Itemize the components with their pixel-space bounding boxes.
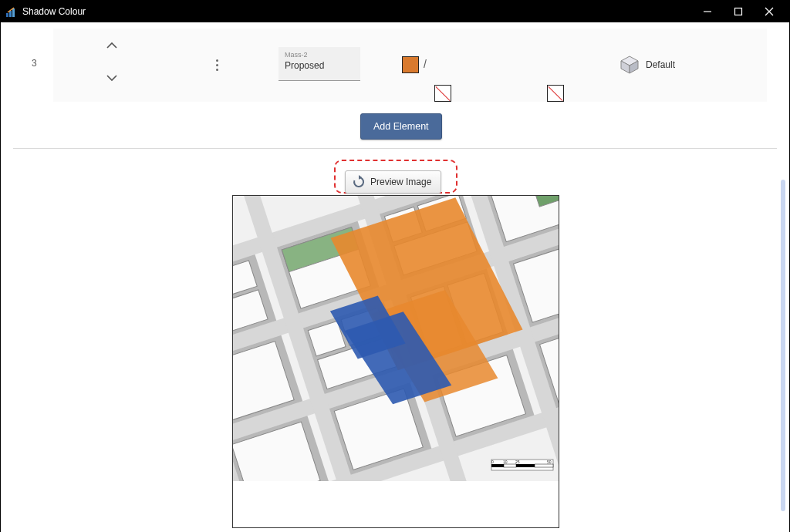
window-frame: Shadow Colour 3 Mass-2 Proposed bbox=[0, 0, 790, 532]
row-menu-button[interactable] bbox=[211, 59, 223, 71]
svg-text:10: 10 bbox=[503, 460, 508, 464]
minimize-button[interactable] bbox=[692, 1, 723, 22]
svg-rect-62 bbox=[516, 464, 535, 467]
preview-image-label: Preview Image bbox=[370, 177, 431, 187]
svg-text:25: 25 bbox=[515, 460, 520, 464]
svg-rect-0 bbox=[6, 13, 8, 17]
vertical-scrollbar-thumb[interactable] bbox=[781, 180, 785, 511]
element-row: Mass-2 Proposed / Default bbox=[53, 29, 767, 102]
window-title: Shadow Colour bbox=[22, 6, 692, 17]
mass-name-field[interactable]: Mass-2 Proposed bbox=[279, 47, 360, 81]
secondary-color-swatch[interactable] bbox=[547, 85, 564, 102]
svg-rect-61 bbox=[504, 464, 516, 467]
cube-icon[interactable] bbox=[620, 55, 640, 78]
add-element-button[interactable]: Add Element bbox=[360, 113, 442, 140]
svg-rect-2 bbox=[12, 8, 15, 17]
close-button[interactable] bbox=[754, 1, 785, 22]
preview-image-button[interactable]: Preview Image bbox=[345, 170, 441, 194]
outline-color-swatch[interactable] bbox=[434, 85, 451, 102]
map-image: 0 10 25 50 bbox=[233, 196, 559, 481]
map-preview: 0 10 25 50 bbox=[232, 195, 559, 528]
add-element-label: Add Element bbox=[373, 121, 429, 132]
row-index: 3 bbox=[32, 58, 37, 69]
titlebar: Shadow Colour bbox=[1, 1, 789, 22]
swatch-separator: / bbox=[424, 58, 427, 70]
chevron-down-icon[interactable] bbox=[106, 73, 118, 82]
app-icon bbox=[5, 5, 18, 18]
reorder-arrows bbox=[100, 41, 124, 82]
svg-text:0: 0 bbox=[491, 460, 494, 464]
chevron-up-icon[interactable] bbox=[106, 41, 118, 50]
svg-rect-60 bbox=[491, 464, 504, 467]
fill-color-swatch[interactable] bbox=[402, 56, 419, 73]
refresh-icon bbox=[352, 175, 366, 189]
content-area: 3 Mass-2 Proposed / bbox=[1, 22, 789, 532]
mass-field-label: Mass-2 bbox=[285, 51, 354, 59]
svg-rect-4 bbox=[735, 8, 742, 15]
svg-rect-63 bbox=[535, 464, 553, 467]
display-mode-label: Default bbox=[646, 59, 675, 70]
maximize-button[interactable] bbox=[723, 1, 754, 22]
svg-rect-1 bbox=[9, 11, 12, 17]
mass-field-value: Proposed bbox=[285, 60, 354, 71]
svg-text:50: 50 bbox=[547, 460, 552, 464]
section-divider bbox=[13, 148, 777, 149]
